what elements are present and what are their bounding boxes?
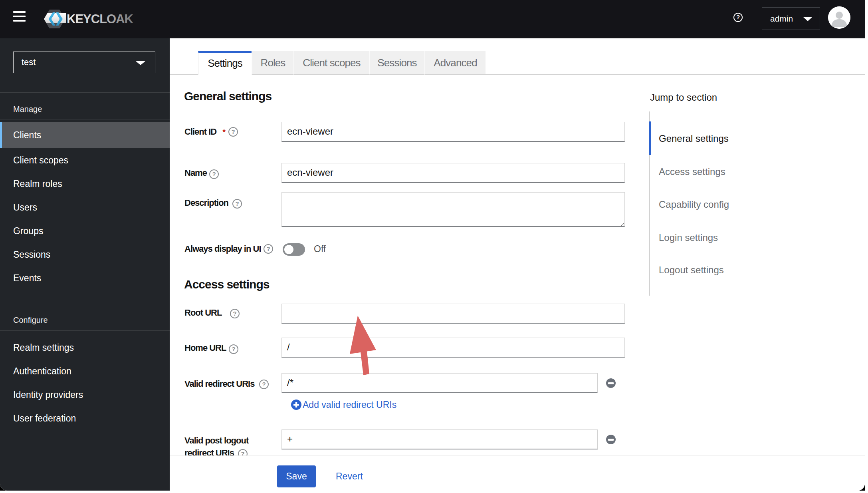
svg-text:KEYCLOAK: KEYCLOAK xyxy=(67,12,134,26)
